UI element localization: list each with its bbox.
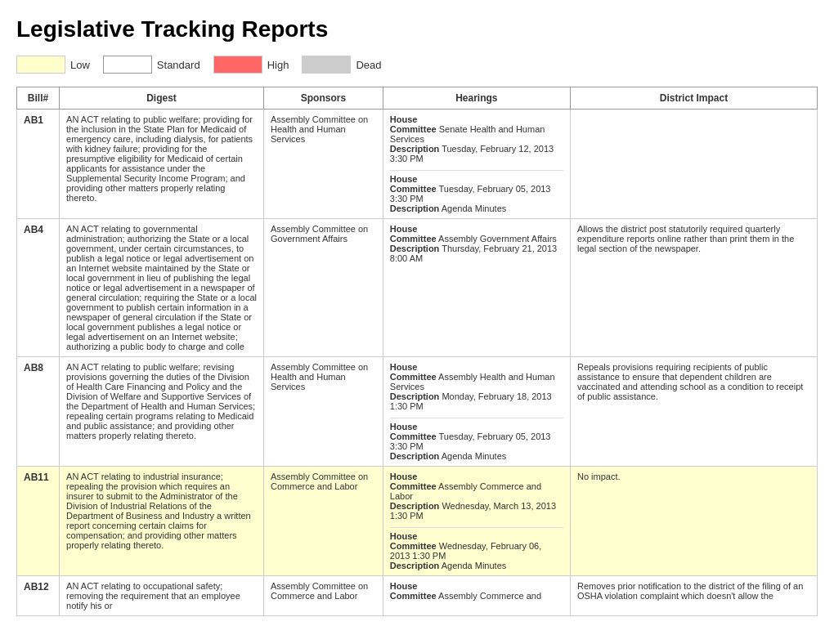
col-header-digest: Digest xyxy=(60,87,264,110)
table-row: AB12AN ACT relating to occupational safe… xyxy=(17,576,818,616)
legend-label-standard: Standard xyxy=(157,59,200,71)
hearing-block: HouseCommittee Assembly Commerce and Lab… xyxy=(390,472,563,521)
legend-label-low: Low xyxy=(70,59,90,71)
table-row: AB4AN ACT relating to governmental admin… xyxy=(17,219,818,357)
cell-digest: AN ACT relating to public welfare; revis… xyxy=(60,357,264,467)
cell-digest: AN ACT relating to occupational safety; … xyxy=(60,576,264,616)
cell-sponsors: Assembly Committee on Government Affairs xyxy=(264,219,383,357)
cell-sponsors: Assembly Committee on Health and Human S… xyxy=(264,110,383,219)
hearing-committee-label: Committee xyxy=(390,481,437,491)
legend-dead: Dead xyxy=(302,56,381,74)
hearing-desc-label: Description xyxy=(390,244,440,253)
hearing-chamber: House xyxy=(390,362,418,372)
legend: Low Standard High Dead xyxy=(16,56,818,74)
hearing-desc-label: Description xyxy=(390,203,440,213)
legend-box-high xyxy=(213,56,262,74)
hearing-desc: Agenda Minutes xyxy=(442,203,507,213)
hearing-chamber: House xyxy=(390,224,418,234)
hearing-chamber: House xyxy=(390,581,418,591)
hearing-committee-label: Committee xyxy=(390,184,437,194)
cell-impact: Allows the district post statutorily req… xyxy=(570,219,817,357)
cell-sponsors: Assembly Committee on Commerce and Labor xyxy=(264,467,383,576)
hearing-desc-label: Description xyxy=(390,451,440,461)
legend-low: Low xyxy=(16,56,90,74)
legend-box-dead xyxy=(302,56,351,74)
hearing-committee-label: Committee xyxy=(390,432,437,441)
hearing-chamber: House xyxy=(390,472,418,481)
legend-box-standard xyxy=(103,56,152,74)
cell-impact xyxy=(570,110,817,219)
cell-digest: AN ACT relating to governmental administ… xyxy=(60,219,264,357)
col-header-sponsors: Sponsors xyxy=(264,87,383,110)
legend-label-high: High xyxy=(267,59,289,71)
hearing-block: HouseCommittee Assembly Health and Human… xyxy=(390,362,563,411)
table-row: AB1AN ACT relating to public welfare; pr… xyxy=(17,110,818,219)
cell-hearings: HouseCommittee Assembly Government Affai… xyxy=(383,219,570,357)
tracking-table: Bill# Digest Sponsors Hearings District … xyxy=(16,87,818,616)
hearing-desc-label: Description xyxy=(390,144,440,154)
cell-impact: Removes prior notification to the distri… xyxy=(570,576,817,616)
hearing-block: HouseCommittee Assembly Commerce and xyxy=(390,581,563,601)
col-header-bill: Bill# xyxy=(17,87,60,110)
hearing-block: HouseCommittee Wednesday, February 06, 2… xyxy=(390,531,563,570)
hearing-committee-label: Committee xyxy=(390,372,437,382)
col-header-hearings: Hearings xyxy=(383,87,570,110)
cell-bill-num: AB8 xyxy=(17,357,60,467)
hearing-block: HouseCommittee Tuesday, February 05, 201… xyxy=(390,174,563,213)
hearing-chamber: House xyxy=(390,531,418,541)
cell-impact: No impact. xyxy=(570,467,817,576)
cell-impact: Repeals provisions requiring recipients … xyxy=(570,357,817,467)
cell-hearings: HouseCommittee Assembly Health and Human… xyxy=(383,357,570,467)
hearing-block: HouseCommittee Tuesday, February 05, 201… xyxy=(390,422,563,461)
cell-hearings: HouseCommittee Assembly Commerce and Lab… xyxy=(383,467,570,576)
cell-bill-num: AB11 xyxy=(17,467,60,576)
legend-high: High xyxy=(213,56,289,74)
cell-digest: AN ACT relating to public welfare; provi… xyxy=(60,110,264,219)
cell-sponsors: Assembly Committee on Commerce and Labor xyxy=(264,576,383,616)
hearing-desc-label: Description xyxy=(390,501,440,511)
hearing-block: HouseCommittee Senate Health and Human S… xyxy=(390,114,563,163)
hearing-committee-label: Committee xyxy=(390,124,437,134)
cell-hearings: HouseCommittee Senate Health and Human S… xyxy=(383,110,570,219)
hearing-desc-label: Description xyxy=(390,561,440,570)
hearing-committee: Assembly Commerce and xyxy=(438,591,541,601)
legend-box-low xyxy=(16,56,65,74)
hearing-block: HouseCommittee Assembly Government Affai… xyxy=(390,224,563,263)
hearing-committee-label: Committee xyxy=(390,541,437,551)
hearing-committee-label: Committee xyxy=(390,591,437,601)
table-row: AB8AN ACT relating to public welfare; re… xyxy=(17,357,818,467)
col-header-impact: District Impact xyxy=(570,87,817,110)
cell-bill-num: AB4 xyxy=(17,219,60,357)
hearing-desc-label: Description xyxy=(390,391,440,401)
table-row: AB11AN ACT relating to industrial insura… xyxy=(17,467,818,576)
hearing-chamber: House xyxy=(390,422,418,432)
hearing-chamber: House xyxy=(390,174,418,184)
page-title: Legislative Tracking Reports xyxy=(16,16,818,42)
legend-label-dead: Dead xyxy=(356,59,381,71)
hearing-desc: Agenda Minutes xyxy=(442,561,507,570)
hearing-committee-label: Committee xyxy=(390,234,437,244)
hearing-chamber: House xyxy=(390,114,418,124)
legend-standard: Standard xyxy=(103,56,200,74)
cell-hearings: HouseCommittee Assembly Commerce and xyxy=(383,576,570,616)
cell-digest: AN ACT relating to industrial insurance;… xyxy=(60,467,264,576)
hearing-committee: Assembly Government Affairs xyxy=(438,234,557,244)
hearing-desc: Agenda Minutes xyxy=(442,451,507,461)
cell-bill-num: AB1 xyxy=(17,110,60,219)
cell-sponsors: Assembly Committee on Health and Human S… xyxy=(264,357,383,467)
cell-bill-num: AB12 xyxy=(17,576,60,616)
